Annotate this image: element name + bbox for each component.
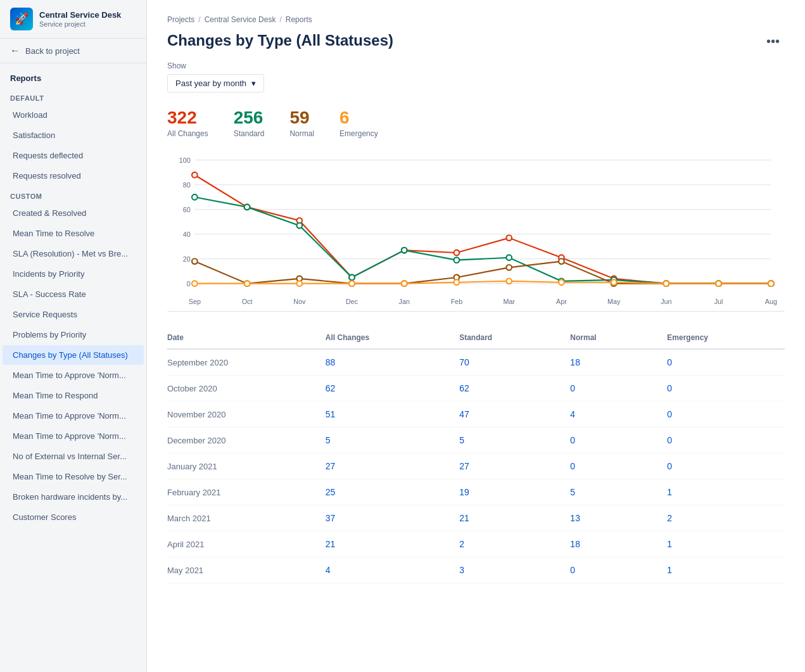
stat-value: 322	[167, 108, 208, 128]
col-header-emergency: Emergency	[657, 327, 785, 349]
sidebar-item-sla-success-rate[interactable]: SLA - Success Rate	[3, 284, 144, 304]
cell-value: 25	[315, 479, 449, 505]
sidebar-item-changes-by-type-all-statuses-[interactable]: Changes by Type (All Statuses)	[3, 345, 144, 365]
svg-text:Dec: Dec	[346, 298, 358, 305]
cell-value: 1	[657, 479, 785, 505]
sidebar-item-mean-time-to-resolve[interactable]: Mean Time to Resolve	[3, 224, 144, 243]
svg-text:Aug: Aug	[765, 298, 777, 305]
svg-text:Nov: Nov	[293, 298, 306, 305]
stat-value: 256	[234, 108, 265, 128]
svg-point-42	[506, 255, 512, 260]
svg-point-60	[192, 281, 198, 286]
cell-value: 88	[315, 349, 449, 376]
svg-text:Apr: Apr	[556, 298, 567, 305]
stats-row: 322 All Changes 256 Standard 59 Normal 6…	[167, 108, 785, 138]
cell-value: 3	[449, 557, 560, 583]
svg-text:Feb: Feb	[451, 298, 463, 305]
stat-normal: 59 Normal	[289, 108, 314, 138]
svg-point-71	[768, 281, 774, 286]
cell-value: 0	[657, 402, 785, 428]
svg-text:Jul: Jul	[714, 298, 723, 305]
col-header-standard: Standard	[449, 327, 560, 349]
table-row: February 2021251951	[167, 479, 785, 505]
cell-value: 0	[657, 453, 785, 479]
svg-point-65	[454, 279, 460, 285]
sidebar-item-workload[interactable]: Workload	[3, 105, 144, 125]
sidebar-item-incidents-by-priority[interactable]: Incidents by Priority	[3, 264, 144, 284]
svg-point-67	[559, 279, 564, 285]
cell-date: May 2021	[167, 557, 315, 583]
sidebar-item-mean-time-to-respond[interactable]: Mean Time to Respond	[3, 386, 144, 405]
page-header: Changes by Type (All Statuses) •••	[167, 32, 785, 51]
cell-value: 1	[657, 531, 785, 557]
page-title: Changes by Type (All Statuses)	[167, 32, 393, 49]
back-label: Back to project	[25, 46, 80, 56]
svg-point-54	[506, 265, 512, 270]
stat-value: 6	[339, 108, 378, 128]
table-row: October 2020626200	[167, 376, 785, 402]
svg-point-29	[454, 250, 460, 256]
svg-text:Mar: Mar	[503, 298, 515, 305]
sidebar-item-satisfaction[interactable]: Satisfaction	[3, 125, 144, 145]
breadcrumb-projects[interactable]: Projects	[167, 15, 194, 24]
sidebar-item-broken-hardware-incidents-by...[interactable]: Broken hardware incidents by...	[3, 487, 144, 507]
cell-date: December 2020	[167, 428, 315, 453]
sidebar-header: 🚀 Central Service Desk Service project	[0, 0, 146, 39]
svg-point-70	[716, 281, 721, 286]
sidebar-item-mean-time-to-approve-norm...[interactable]: Mean Time to Approve 'Norm...	[3, 365, 144, 385]
cell-date: March 2021	[167, 505, 315, 531]
cell-value: 18	[560, 349, 657, 376]
table-row: September 20208870180	[167, 349, 785, 376]
cell-date: October 2020	[167, 376, 315, 402]
svg-point-55	[559, 258, 564, 264]
svg-text:Sep: Sep	[189, 298, 201, 305]
default-group-label: DEFAULT	[0, 88, 146, 105]
svg-text:Jun: Jun	[661, 298, 671, 305]
cell-value: 51	[315, 402, 449, 428]
svg-point-37	[244, 205, 250, 210]
svg-text:60: 60	[183, 206, 191, 213]
sidebar-item-requests-deflected[interactable]: Requests deflected	[3, 146, 144, 165]
sidebar-item-service-requests[interactable]: Service Requests	[3, 305, 144, 324]
svg-text:100: 100	[179, 156, 191, 164]
svg-point-62	[296, 281, 302, 286]
cell-date: January 2021	[167, 453, 315, 479]
svg-point-61	[244, 281, 250, 286]
cell-value: 0	[657, 376, 785, 402]
sidebar-item-mean-time-to-approve-norm...[interactable]: Mean Time to Approve 'Norm...	[3, 426, 144, 446]
sidebar-item-customer-scores[interactable]: Customer Scores	[3, 507, 144, 527]
cell-value: 21	[315, 531, 449, 557]
sidebar-item-sla-resolution-met-vs-bre...[interactable]: SLA (Resolution) - Met vs Bre...	[3, 244, 144, 263]
breadcrumb-central-service-desk[interactable]: Central Service Desk	[205, 15, 276, 24]
sidebar-item-requests-resolved[interactable]: Requests resolved	[3, 166, 144, 186]
sidebar-item-mean-time-to-approve-norm...[interactable]: Mean Time to Approve 'Norm...	[3, 406, 144, 426]
cell-date: November 2020	[167, 402, 315, 428]
period-label: Past year by month	[175, 79, 246, 88]
cell-value: 2	[657, 505, 785, 531]
svg-point-64	[402, 281, 407, 286]
table-row: November 2020514740	[167, 402, 785, 428]
cell-value: 27	[449, 453, 560, 479]
stat-label: Standard	[234, 129, 265, 138]
svg-point-69	[664, 281, 669, 286]
cell-value: 70	[449, 349, 560, 376]
cell-value: 4	[315, 557, 449, 583]
stat-emergency: 6 Emergency	[339, 108, 378, 138]
sidebar-item-problems-by-priority[interactable]: Problems by Priority	[3, 325, 144, 345]
sidebar-item-mean-time-to-resolve-by-ser...[interactable]: Mean Time to Resolve by Ser...	[3, 467, 144, 486]
svg-text:Oct: Oct	[242, 298, 253, 305]
cell-value: 19	[449, 479, 560, 505]
cell-value: 27	[315, 453, 449, 479]
stat-value: 59	[289, 108, 314, 128]
data-table: DateAll ChangesStandardNormalEmergency S…	[167, 327, 785, 583]
period-selector[interactable]: Past year by month ▾	[167, 74, 264, 92]
sidebar-item-created-&-resolved[interactable]: Created & Resolved	[3, 203, 144, 223]
back-to-project-button[interactable]: ← Back to project	[0, 39, 146, 63]
stat-label: Normal	[289, 129, 314, 138]
stat-label: All Changes	[167, 129, 208, 138]
line-chart: 020406080100SepOctNovDecJanFebMarAprMayJ…	[167, 153, 785, 311]
cell-value: 47	[449, 402, 560, 428]
cell-value: 13	[560, 505, 657, 531]
more-options-button[interactable]: •••	[761, 32, 785, 51]
sidebar-item-no-of-external-vs-internal-ser...[interactable]: No of External vs Internal Ser...	[3, 447, 144, 466]
